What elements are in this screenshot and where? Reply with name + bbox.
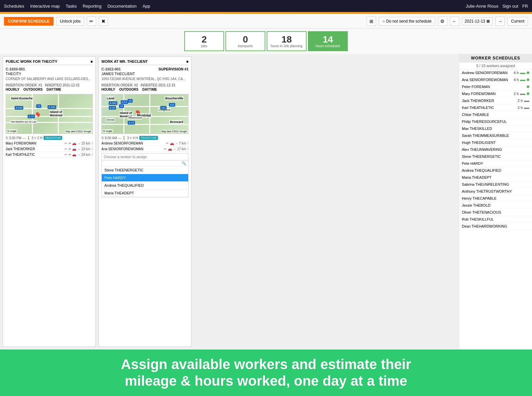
sidebar-worker-row-18: Henry THECAPABLE <box>459 195 532 202</box>
stat-transports-num: 0 <box>243 35 248 44</box>
sidebar-worker-row-17: Anthony THETRUSTWORTHY <box>459 188 532 195</box>
assign-option-andrea[interactable]: Andrea THEQUALIFIED <box>102 182 188 189</box>
sidebar-worker-name-13: Pete HARDY <box>462 161 528 165</box>
nav-interactive-map[interactable]: Interactive map <box>30 4 60 9</box>
edit-mary-button[interactable]: ✏ <box>65 142 67 145</box>
sidebar-worker-row-12: Steve THEENERGETIC <box>459 153 532 160</box>
user-name: Julie-Anne Rioux <box>466 4 498 9</box>
remove-andrew-button[interactable]: I <box>188 141 189 145</box>
assign-search-input[interactable] <box>102 153 188 160</box>
sidebar-worker-name-19: Jessie THEBOLD <box>462 203 528 207</box>
radio-icon: ○ <box>382 19 385 24</box>
pencil-button[interactable]: ✏ <box>87 17 96 26</box>
do-not-send-button[interactable]: ○ Do not send the schedule <box>379 17 435 26</box>
edit-jack-button[interactable]: ✏ <box>65 147 67 151</box>
do-not-send-label: Do not send the schedule <box>386 19 431 24</box>
sidebar-worker-row-8: Max THESKILLED <box>459 125 532 132</box>
date-picker[interactable]: 2021-12-13 ▦ <box>462 17 493 25</box>
calendar-icon: ▦ <box>486 19 490 23</box>
stat-hours-planning-num: 18 <box>281 35 292 44</box>
remove-mary-button[interactable]: I <box>92 141 93 145</box>
sidebar-worker-hours-1: 4 h <box>514 78 519 82</box>
current-button[interactable]: Current <box>507 17 528 26</box>
sidebar-worker-name-4: Jack THEWORKER <box>462 99 518 103</box>
stat-hours-scheduled-label: hours scheduled <box>316 44 340 48</box>
remove-ana-button[interactable]: I <box>188 147 189 151</box>
assign-option-pete[interactable]: Pete HARDY <box>102 174 188 182</box>
top-nav: Schedules Interactive map Tasks Reportin… <box>0 0 532 12</box>
sidebar-worker-row-6: Chloe THEABLE <box>459 111 532 118</box>
sidebar-worker-bar-4 <box>524 101 529 102</box>
nav-tasks[interactable]: Tasks <box>66 4 77 9</box>
edit-ana-button[interactable]: ✏ <box>164 147 167 151</box>
assign-option-steve[interactable]: Steve THEENERGETIC <box>102 166 188 174</box>
bottom-text-line1: Assign available workers and estimate th… <box>121 356 411 372</box>
worker-row-andrew: Andrew SENIORFOREMAN ✏ 🚗 → 7 km I <box>101 141 189 146</box>
sign-out-link[interactable]: Sign out <box>502 4 518 9</box>
job-card-2-address: 1659 CEDAR AVENUE MONTRÉAL, QC H3G 1A4, … <box>101 77 189 81</box>
sidebar-worker-hours-4: 2 h <box>518 99 523 103</box>
gear-button[interactable]: ⚙ <box>438 17 447 26</box>
sidebar-worker-row-1: Ana SENIORFOREWOMAN4 h <box>459 76 532 83</box>
nav-app[interactable]: App <box>143 4 150 9</box>
worker-row-karl: Karl THEATHLETIC ✏ ✏ 🚗 → 24 km I <box>6 152 93 157</box>
sidebar-worker-row-4: Jack THEWORKER2 h <box>459 97 532 104</box>
job-card-2-menu-icon[interactable]: ■ <box>186 59 189 63</box>
job-card-1-insertion: INSERTION ORDER: #1 INSERTED 2021-12-15 <box>6 83 93 87</box>
job-card-2: WORK AT MR. THECLIENT ■ C-1022-001 SUPER… <box>98 56 192 347</box>
sidebar-worker-dot-3 <box>527 92 529 95</box>
sidebar-worker-hours-5: 2 h <box>518 106 523 110</box>
sidebar-worker-row-13: Pete HARDY <box>459 160 532 167</box>
job-card-1-tentative: TENTATIVE <box>44 136 62 140</box>
nav-right: Julie-Anne Rioux Sign out FR <box>466 4 528 9</box>
stat-jobs-num: 2 <box>201 35 207 44</box>
sidebar-worker-name-18: Henry THECAPABLE <box>462 196 528 200</box>
sidebar-worker-row-20: Oliver THETENACIOUS <box>459 209 532 216</box>
gear-icon: ⚙ <box>440 19 445 24</box>
confirm-schedule-button[interactable]: CONFIRM SCHEDULE <box>4 17 54 26</box>
sidebar-worker-row-3: Mary FOREWOMAN2 h <box>459 90 532 97</box>
job-card-2-tentative: TENTATIVE <box>139 136 158 140</box>
assign-option-maria[interactable]: Maria THEADEPT <box>102 189 188 197</box>
arrow-left-button[interactable]: ← <box>450 17 459 26</box>
remove-karl-button[interactable]: I <box>92 152 93 156</box>
lang-switch[interactable]: FR <box>522 4 528 9</box>
stat-hours-planning: 18 hours in Job planning <box>267 31 307 51</box>
sidebar-workers-list: Andrew SENIORFOREMAN4 hAna SENIORFOREWOM… <box>459 69 532 230</box>
job-card-1-menu-icon[interactable]: ■ <box>90 59 93 63</box>
job-card-1-title: PUBLIC WORK FOR THECITY <box>6 59 57 63</box>
stat-hours-scheduled-num: 14 <box>323 35 333 44</box>
sidebar-worker-name-10: Hugh THEDILIGENT <box>462 141 528 145</box>
unlock-jobs-button[interactable]: Unlock jobs <box>56 17 84 26</box>
job-card-1-header: PUBLIC WORK FOR THECITY ■ <box>6 59 93 65</box>
job-card-1-client: THECITY <box>6 72 93 76</box>
job-card-1: PUBLIC WORK FOR THECITY ■ C-1020-001 THE… <box>3 56 96 347</box>
nav-reporting[interactable]: Reporting <box>83 4 101 9</box>
nav-documentation[interactable]: Documentation <box>107 4 136 9</box>
job-card-1-address: CORNER OF SALABERRY AND LAKE DOLLARD-DES… <box>6 77 93 81</box>
arrow-right-icon: → <box>498 19 502 24</box>
arrow-right-button[interactable]: → <box>495 17 505 26</box>
sidebar-worker-row-14: Andrea THEQUALIFIED <box>459 167 532 174</box>
job-card-2-map: Laval Boucherville Island ofMontreal Mon… <box>101 94 189 134</box>
bottom-text: Assign available workers and estimate th… <box>121 356 411 390</box>
sidebar-worker-name-11: Alex THEUNWAVERING <box>462 148 528 151</box>
remove-jack-button[interactable]: I <box>92 147 93 151</box>
workers-count: 5 / 23 workers assigned <box>459 62 532 69</box>
cancel-button[interactable]: ✖ <box>99 17 108 26</box>
bottom-section: Assign available workers and estimate th… <box>0 349 532 396</box>
job-card-2-id: C-1022-001 <box>101 67 121 71</box>
sidebar-worker-dot-0 <box>527 71 529 74</box>
job-card-2-types: HOURLY OUTDOORS DAYTIME <box>101 88 189 91</box>
sidebar-header: WORKER SCHEDULES <box>459 54 532 62</box>
sidebar-worker-row-10: Hugh THEDILIGENT <box>459 139 532 146</box>
grid-view-button[interactable]: ⊞ <box>367 17 376 26</box>
worker-row-jack: Jack THEWORKER ✏ ✏ 🚗 → 23 km I <box>6 146 93 152</box>
sidebar-worker-row-16: Sabrina THEUNRELENTING <box>459 181 532 188</box>
stat-jobs-label: jobs <box>201 44 207 48</box>
assign-worker-dropdown[interactable]: 🔍 Steve THEENERGETIC Pete HARDY Andrea T… <box>101 153 189 197</box>
edit-andrew-button[interactable]: ✏ <box>166 142 169 145</box>
edit-karl-button[interactable]: ✏ <box>65 153 67 156</box>
sidebar-worker-bar-3 <box>520 94 525 95</box>
nav-schedules[interactable]: Schedules <box>4 4 24 9</box>
